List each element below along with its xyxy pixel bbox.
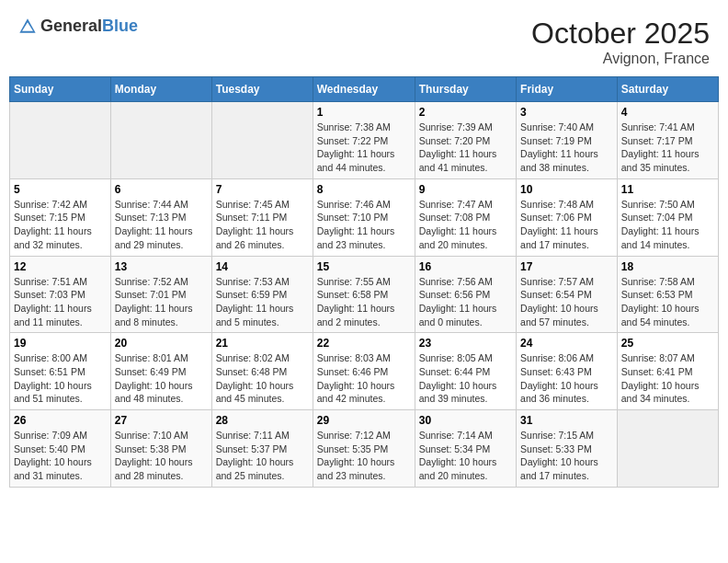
calendar-cell: 9Sunrise: 7:47 AM Sunset: 7:08 PM Daylig…	[415, 178, 516, 256]
day-info: Sunrise: 7:53 AM Sunset: 6:59 PM Dayligh…	[216, 275, 309, 329]
calendar-cell	[211, 102, 313, 179]
day-info: Sunrise: 7:58 AM Sunset: 6:53 PM Dayligh…	[621, 275, 714, 329]
calendar-cell: 16Sunrise: 7:56 AM Sunset: 6:56 PM Dayli…	[415, 256, 516, 333]
day-info: Sunrise: 7:44 AM Sunset: 7:13 PM Dayligh…	[115, 198, 208, 252]
calendar-cell	[110, 102, 211, 179]
day-number: 30	[419, 414, 512, 427]
day-number: 18	[621, 260, 714, 273]
day-number: 29	[317, 414, 411, 427]
day-number: 8	[317, 183, 411, 196]
day-info: Sunrise: 8:06 AM Sunset: 6:43 PM Dayligh…	[520, 351, 613, 406]
calendar-body: 1Sunrise: 7:38 AM Sunset: 7:22 PM Daylig…	[10, 102, 719, 488]
weekday-header-thursday: Thursday	[415, 77, 516, 102]
day-info: Sunrise: 7:48 AM Sunset: 7:06 PM Dayligh…	[520, 198, 613, 252]
day-number: 9	[419, 183, 512, 196]
calendar-cell: 31Sunrise: 7:15 AM Sunset: 5:33 PM Dayli…	[517, 410, 618, 488]
day-number: 7	[216, 183, 309, 196]
calendar-table: SundayMondayTuesdayWednesdayThursdayFrid…	[9, 76, 719, 488]
week-row-5: 26Sunrise: 7:09 AM Sunset: 5:40 PM Dayli…	[10, 410, 719, 488]
weekday-header-monday: Monday	[110, 77, 211, 102]
day-info: Sunrise: 7:57 AM Sunset: 6:54 PM Dayligh…	[520, 275, 613, 329]
calendar-cell: 2Sunrise: 7:39 AM Sunset: 7:20 PM Daylig…	[415, 102, 516, 179]
calendar-cell: 6Sunrise: 7:44 AM Sunset: 7:13 PM Daylig…	[110, 178, 211, 256]
day-number: 19	[14, 337, 107, 350]
calendar-cell: 11Sunrise: 7:50 AM Sunset: 7:04 PM Dayli…	[617, 178, 718, 256]
day-number: 27	[115, 414, 208, 427]
day-number: 17	[520, 260, 613, 273]
week-row-2: 5Sunrise: 7:42 AM Sunset: 7:15 PM Daylig…	[10, 178, 719, 256]
day-number: 12	[14, 260, 107, 273]
weekday-header-friday: Friday	[517, 77, 618, 102]
week-row-1: 1Sunrise: 7:38 AM Sunset: 7:22 PM Daylig…	[10, 102, 719, 179]
day-number: 1	[317, 106, 411, 119]
calendar-cell	[617, 410, 718, 488]
day-info: Sunrise: 7:52 AM Sunset: 7:01 PM Dayligh…	[115, 275, 208, 329]
month-year: October 2025	[531, 17, 710, 51]
calendar-header: SundayMondayTuesdayWednesdayThursdayFrid…	[10, 77, 719, 102]
calendar-cell: 29Sunrise: 7:12 AM Sunset: 5:35 PM Dayli…	[313, 410, 415, 488]
calendar-cell: 14Sunrise: 7:53 AM Sunset: 6:59 PM Dayli…	[211, 256, 313, 333]
day-info: Sunrise: 7:50 AM Sunset: 7:04 PM Dayligh…	[621, 198, 714, 252]
day-number: 22	[317, 337, 411, 350]
calendar-cell: 28Sunrise: 7:11 AM Sunset: 5:37 PM Dayli…	[211, 410, 313, 488]
day-number: 3	[520, 106, 613, 119]
day-number: 16	[419, 260, 512, 273]
calendar-cell: 3Sunrise: 7:40 AM Sunset: 7:19 PM Daylig…	[517, 102, 618, 179]
day-number: 14	[216, 260, 309, 273]
calendar-cell: 17Sunrise: 7:57 AM Sunset: 6:54 PM Dayli…	[517, 256, 618, 333]
day-number: 11	[621, 183, 714, 196]
page-header: GeneralBlue October 2025 Avignon, France	[9, 9, 719, 71]
day-info: Sunrise: 7:46 AM Sunset: 7:10 PM Dayligh…	[317, 198, 411, 252]
calendar-cell: 22Sunrise: 8:03 AM Sunset: 6:46 PM Dayli…	[313, 333, 415, 410]
day-number: 15	[317, 260, 411, 273]
day-info: Sunrise: 8:00 AM Sunset: 6:51 PM Dayligh…	[14, 351, 107, 406]
calendar-cell: 8Sunrise: 7:46 AM Sunset: 7:10 PM Daylig…	[313, 178, 415, 256]
logo: GeneralBlue	[18, 17, 138, 36]
calendar-cell: 23Sunrise: 8:05 AM Sunset: 6:44 PM Dayli…	[415, 333, 516, 410]
calendar-cell: 10Sunrise: 7:48 AM Sunset: 7:06 PM Dayli…	[517, 178, 618, 256]
calendar-cell: 15Sunrise: 7:55 AM Sunset: 6:58 PM Dayli…	[313, 256, 415, 333]
day-info: Sunrise: 7:42 AM Sunset: 7:15 PM Dayligh…	[14, 198, 107, 252]
day-number: 2	[419, 106, 512, 119]
day-info: Sunrise: 8:02 AM Sunset: 6:48 PM Dayligh…	[216, 351, 309, 406]
day-info: Sunrise: 8:01 AM Sunset: 6:49 PM Dayligh…	[115, 351, 208, 406]
week-row-4: 19Sunrise: 8:00 AM Sunset: 6:51 PM Dayli…	[10, 333, 719, 410]
day-number: 10	[520, 183, 613, 196]
day-number: 26	[14, 414, 107, 427]
day-info: Sunrise: 7:10 AM Sunset: 5:38 PM Dayligh…	[115, 429, 208, 483]
day-info: Sunrise: 7:15 AM Sunset: 5:33 PM Dayligh…	[520, 429, 613, 483]
day-info: Sunrise: 7:12 AM Sunset: 5:35 PM Dayligh…	[317, 429, 411, 483]
logo-blue-text: Blue	[102, 17, 138, 35]
calendar-cell: 19Sunrise: 8:00 AM Sunset: 6:51 PM Dayli…	[10, 333, 111, 410]
day-info: Sunrise: 7:41 AM Sunset: 7:17 PM Dayligh…	[621, 121, 714, 175]
day-number: 4	[621, 106, 714, 119]
calendar-cell: 4Sunrise: 7:41 AM Sunset: 7:17 PM Daylig…	[617, 102, 718, 179]
day-info: Sunrise: 7:14 AM Sunset: 5:34 PM Dayligh…	[419, 429, 512, 483]
calendar-cell: 25Sunrise: 8:07 AM Sunset: 6:41 PM Dayli…	[617, 333, 718, 410]
day-number: 5	[14, 183, 107, 196]
calendar-cell: 12Sunrise: 7:51 AM Sunset: 7:03 PM Dayli…	[10, 256, 111, 333]
day-number: 20	[115, 337, 208, 350]
day-info: Sunrise: 7:55 AM Sunset: 6:58 PM Dayligh…	[317, 275, 411, 329]
calendar-cell: 5Sunrise: 7:42 AM Sunset: 7:15 PM Daylig…	[10, 178, 111, 256]
calendar-cell: 20Sunrise: 8:01 AM Sunset: 6:49 PM Dayli…	[110, 333, 211, 410]
calendar-cell: 26Sunrise: 7:09 AM Sunset: 5:40 PM Dayli…	[10, 410, 111, 488]
day-number: 25	[621, 337, 714, 350]
day-number: 23	[419, 337, 512, 350]
weekday-header-tuesday: Tuesday	[211, 77, 313, 102]
day-info: Sunrise: 8:03 AM Sunset: 6:46 PM Dayligh…	[317, 351, 411, 406]
day-info: Sunrise: 7:45 AM Sunset: 7:11 PM Dayligh…	[216, 198, 309, 252]
calendar-cell	[10, 102, 111, 179]
logo-general-text: General	[40, 17, 102, 35]
calendar-cell: 21Sunrise: 8:02 AM Sunset: 6:48 PM Dayli…	[211, 333, 313, 410]
calendar-cell: 1Sunrise: 7:38 AM Sunset: 7:22 PM Daylig…	[313, 102, 415, 179]
calendar-cell: 7Sunrise: 7:45 AM Sunset: 7:11 PM Daylig…	[211, 178, 313, 256]
day-number: 6	[115, 183, 208, 196]
calendar-cell: 18Sunrise: 7:58 AM Sunset: 6:53 PM Dayli…	[617, 256, 718, 333]
weekday-header-row: SundayMondayTuesdayWednesdayThursdayFrid…	[10, 77, 719, 102]
week-row-3: 12Sunrise: 7:51 AM Sunset: 7:03 PM Dayli…	[10, 256, 719, 333]
weekday-header-sunday: Sunday	[10, 77, 111, 102]
logo-icon	[18, 17, 37, 36]
location: Avignon, France	[531, 51, 710, 67]
day-info: Sunrise: 7:40 AM Sunset: 7:19 PM Dayligh…	[520, 121, 613, 175]
